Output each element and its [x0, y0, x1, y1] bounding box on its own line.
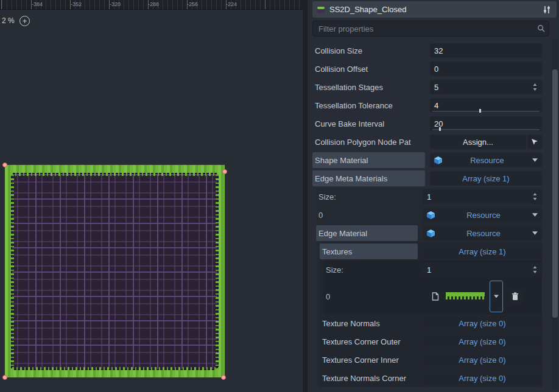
property-row-texture-item-0: 0 — [323, 279, 542, 314]
property-row-textures-corner-inner: Textures Corner Inner Array (size 0) — [320, 351, 542, 369]
resource-cube-icon — [427, 211, 435, 219]
plus-icon: + — [23, 17, 27, 25]
textures-array-section: Size: 1 0 — [323, 261, 542, 314]
number-input[interactable] — [434, 65, 538, 74]
spin-value: 1 — [427, 265, 431, 275]
textures-corner-inner-array-button[interactable]: Array (size 0) — [423, 352, 542, 367]
texture-normals-array-button[interactable]: Array (size 0) — [423, 316, 542, 331]
canvas-viewport[interactable]: -384 -352 -320 -288 -256 -224 2 % + — [0, 0, 303, 392]
edge-material-resource-picker[interactable]: Resource — [423, 226, 542, 240]
ruler-tick-label: -224 — [226, 1, 237, 7]
ruler-horizontal: -384 -352 -320 -288 -256 -224 — [0, 0, 303, 10]
property-label: Shape Material — [312, 152, 425, 168]
property-label: Collision Polygon Node Pat — [312, 138, 430, 147]
focus-selection-button[interactable]: + — [19, 16, 30, 26]
collision-size-input[interactable] — [430, 43, 542, 58]
filter-properties-input[interactable] — [312, 21, 549, 37]
trash-icon — [512, 292, 519, 301]
property-label: Tessellation Tolerance — [312, 101, 430, 110]
property-label: Texture Normals Corner — [320, 374, 423, 383]
shape-fill-texture — [11, 173, 219, 370]
slider-grabber[interactable] — [439, 127, 441, 131]
control-point-handle[interactable] — [222, 169, 227, 174]
property-row-shape-material: Shape Material Resource — [312, 151, 542, 169]
tessellation-tolerance-slider[interactable] — [430, 98, 542, 113]
spinner-updown-icon[interactable] — [532, 193, 538, 200]
property-row-collision-size: Collision Size — [312, 41, 542, 60]
property-label: Tessellation Stages — [312, 83, 430, 92]
slider-track[interactable] — [432, 129, 540, 130]
textures-array-button[interactable]: Array (size 1) — [423, 244, 542, 259]
resource-cube-icon — [427, 229, 435, 237]
pick-node-button[interactable] — [527, 135, 542, 149]
slider-track[interactable] — [432, 111, 540, 112]
godot-editor-window: -384 -352 -320 -288 -256 -224 2 % + SS2D… — [0, 0, 559, 392]
property-row-curve-bake-interval: Curve Bake Interval — [312, 114, 542, 133]
inspector-panel: SS2D_Shape_Closed Collision Size Collisi… — [303, 0, 559, 392]
chevron-down-icon — [532, 158, 538, 162]
property-label: Collision Offset — [312, 65, 430, 74]
property-row-tessellation-tolerance: Tessellation Tolerance — [312, 96, 542, 114]
collision-offset-input[interactable] — [430, 61, 542, 76]
delete-texture-button[interactable] — [508, 289, 522, 304]
array-size-spinbox[interactable]: 1 — [423, 189, 542, 204]
tools-menu-button[interactable] — [541, 5, 552, 14]
number-input[interactable] — [434, 101, 538, 110]
property-label: Collision Size — [312, 46, 430, 55]
property-row-edge-meta-materials: Edge Meta Materials Array (size 1) — [312, 169, 542, 187]
scrollbar-thumb[interactable] — [552, 69, 558, 318]
property-label: Curve Bake Interval — [312, 119, 430, 128]
inspector-scrollbar[interactable] — [552, 38, 558, 391]
chevron-down-icon — [494, 295, 499, 298]
tessellation-stages-spinbox[interactable]: 5 — [430, 80, 542, 94]
number-input[interactable] — [434, 119, 538, 128]
shape-material-resource-picker[interactable]: Resource — [430, 153, 542, 167]
resource-label: Resource — [435, 229, 532, 238]
spinner-updown-icon[interactable] — [532, 83, 538, 91]
zoom-level[interactable]: 2 % — [2, 16, 15, 25]
inspector-header: SS2D_Shape_Closed — [312, 1, 557, 18]
ruler-tick-label: -384 — [32, 1, 43, 7]
grass-edge-right — [216, 173, 219, 370]
property-row-array-item-0: 0 Resource — [316, 206, 542, 224]
control-point-handle[interactable] — [2, 163, 7, 167]
property-label: Edge Material — [316, 225, 418, 241]
chevron-down-icon — [532, 213, 538, 217]
control-point-handle[interactable] — [221, 375, 226, 380]
node-icon — [317, 5, 325, 14]
property-label: 0 — [316, 211, 423, 220]
shape-node[interactable] — [5, 165, 225, 377]
property-label: Textures Corner Inner — [320, 355, 423, 365]
slider-grabber[interactable] — [479, 109, 481, 113]
property-row-texture-normals: Texture Normals Array (size 0) — [320, 314, 542, 332]
edge-meta-materials-array-button[interactable]: Array (size 1) — [430, 171, 542, 186]
textures-corner-outer-array-button[interactable]: Array (size 0) — [423, 334, 542, 349]
pick-node-icon — [531, 138, 538, 145]
assign-button[interactable]: Assign... — [430, 135, 526, 149]
texture-dropdown-button[interactable] — [490, 281, 503, 312]
resource-label: Resource — [442, 156, 532, 165]
property-label: Edge Meta Materials — [312, 170, 425, 186]
property-row-textures: Textures Array (size 1) — [320, 242, 542, 261]
number-input[interactable] — [434, 46, 538, 55]
texture-normals-corner-array-button[interactable]: Array (size 0) — [423, 371, 542, 385]
spin-value: 1 — [427, 192, 431, 201]
property-label: Size: — [316, 192, 423, 201]
edit-texture-button[interactable] — [431, 292, 441, 301]
spinner-updown-icon[interactable] — [532, 266, 538, 273]
spin-value: 5 — [434, 83, 438, 92]
texture-preview[interactable] — [446, 292, 485, 301]
control-point-handle[interactable] — [2, 375, 7, 380]
meta-item-resource-picker[interactable]: Resource — [423, 208, 542, 222]
edge-meta-materials-section: Size: 1 0 Resource — [316, 187, 542, 387]
node-path-editor: Assign... — [430, 135, 542, 149]
property-row-collision-polygon-node-path: Collision Polygon Node Pat Assign... — [312, 133, 542, 151]
property-label: Texture Normals — [320, 319, 423, 328]
tune-icon — [543, 5, 551, 14]
property-row-array-size: Size: 1 — [316, 187, 542, 206]
resource-cube-icon — [434, 156, 442, 164]
curve-bake-interval-slider[interactable] — [430, 116, 542, 131]
ruler-tick-label: -320 — [110, 1, 121, 7]
property-label: 0 — [323, 292, 431, 301]
array-size-spinbox[interactable]: 1 — [423, 262, 542, 277]
